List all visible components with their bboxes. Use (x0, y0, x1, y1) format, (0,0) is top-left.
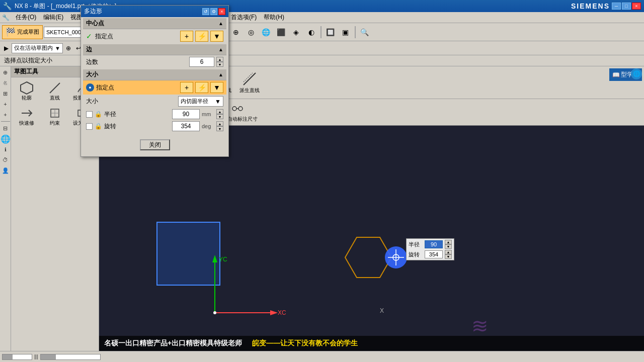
toolbar-btn-view6[interactable]: ◐ (304, 25, 318, 39)
filter-dropdown[interactable]: 仅在活动草图内 ▼ (12, 43, 63, 53)
menu-task[interactable]: 任务(O) (13, 12, 39, 23)
radius-checkbox-row: 🔒 半径 mm ▲ ▼ (83, 108, 226, 120)
sides-down[interactable]: ▼ (216, 62, 223, 67)
sides-input[interactable] (189, 57, 214, 67)
center-point-header[interactable]: 中心点 ▲ (83, 18, 226, 29)
center-point-add-btn[interactable]: + (180, 31, 193, 42)
size-point-auto-btn[interactable]: ⚡ (195, 82, 208, 93)
radius-row: 半径 ▲ ▼ (409, 240, 452, 249)
size-type-dropdown[interactable]: 内切圆半径 ▼ (178, 96, 223, 107)
rotation-up[interactable]: ▲ (445, 250, 452, 254)
axis-group: YC XC X (212, 255, 384, 316)
tool-line[interactable]: 直线 (41, 79, 68, 104)
outline-label: 轮廓 (22, 95, 32, 102)
rotation-spin-down[interactable]: ▼ (216, 126, 223, 131)
check-icon: ✓ (86, 32, 92, 40)
dialog-close-button[interactable]: 关闭 (140, 139, 170, 150)
left-icon-1[interactable]: ⊕ (1, 67, 11, 77)
size-point-icon: ● (86, 83, 94, 92)
hexagon-group (345, 237, 391, 278)
rotation-spin-up[interactable]: ▲ (216, 121, 223, 126)
toolbar-btn-3d2[interactable]: ▣ (339, 25, 353, 39)
status-coords: ||| (34, 354, 38, 359)
side-title: 边 (86, 45, 92, 54)
constraint-label: 约束 (50, 120, 60, 127)
filter-dropdown-arrow: ▼ (55, 45, 60, 51)
sides-up[interactable]: ▲ (216, 57, 223, 62)
toolbar-btn-snap[interactable]: 🔍 (358, 25, 372, 39)
scroll-thumb-left (3, 354, 13, 359)
toolbar2-arrow[interactable]: ▶ (2, 43, 11, 54)
line-icon (48, 81, 62, 95)
left-icon-3[interactable]: ⊞ (1, 88, 11, 99)
toolbar-btn-view1[interactable]: ⊕ (229, 25, 243, 39)
toolbar-btn-view3[interactable]: 🌐 (259, 25, 273, 39)
left-icon-6[interactable]: ⊟ (1, 123, 11, 133)
toolbar-btn-view5[interactable]: ◈ (289, 25, 303, 39)
dialog-close-x-button[interactable]: × (218, 8, 225, 15)
watermark-logo: ≋ (471, 315, 489, 337)
tool-outline[interactable]: 轮廓 (13, 79, 40, 104)
tool-quicktrim[interactable]: 快速修 (13, 105, 40, 129)
scroll-bottom[interactable] (40, 354, 101, 360)
scroll-left[interactable] (2, 354, 32, 360)
radius-up[interactable]: ▲ (445, 240, 452, 244)
side-header[interactable]: 边 ▲ (83, 44, 226, 55)
center-point-section: 中心点 ▲ ✓ 指定点 + ⚡ ▼ (83, 18, 226, 43)
left-icon-2[interactable]: 名 (1, 78, 11, 88)
rotation-input[interactable] (425, 250, 443, 258)
close-button[interactable]: × (632, 3, 641, 10)
rotation-unit: deg (202, 123, 214, 129)
left-icon-7[interactable]: 🌐 (1, 134, 11, 144)
svg-text:≋: ≋ (471, 315, 489, 337)
size-type-label: 大小 (86, 97, 106, 106)
sketch-rect (157, 222, 220, 285)
radius-spin-up[interactable]: ▲ (216, 109, 223, 114)
size-header[interactable]: 大小 ▲ (83, 69, 226, 80)
rotation-field-label: 旋转 (104, 122, 118, 131)
center-point-dropdown-btn[interactable]: ▼ (210, 31, 223, 42)
radius-field[interactable] (172, 109, 200, 119)
size-point-add-btn[interactable]: + (180, 82, 193, 93)
center-point-auto-btn[interactable]: ⚡ (195, 31, 208, 42)
rotation-row: 旋转 ▲ ▼ (409, 250, 452, 259)
left-icon-10[interactable]: 👤 (1, 165, 11, 175)
tool-constraint[interactable]: 约束 (41, 105, 68, 129)
toolbar2-btn1[interactable]: ⊕ (64, 43, 73, 54)
left-icon-5[interactable]: + (1, 110, 11, 120)
left-icon-4[interactable]: + (1, 99, 11, 109)
left-icon-9[interactable]: ⏱ (1, 155, 11, 165)
quicktrim-label: 快速修 (19, 120, 34, 127)
dialog-refresh-button[interactable]: ↺ (202, 8, 209, 15)
polygon-dialog: 多边形 ↺ ⚙ × 中心点 ▲ ✓ 指定点 + ⚡ ▼ 边 ▲ 边数 (80, 5, 229, 157)
toolbar-btn-3d1[interactable]: 🔲 (324, 25, 338, 39)
x-label: X (380, 307, 384, 314)
left-icon-8[interactable]: ℹ (1, 144, 11, 154)
radius-spin: ▲ ▼ (216, 109, 223, 119)
menu-help[interactable]: 帮助(H) (261, 12, 287, 23)
radius-spin-down[interactable]: ▼ (216, 114, 223, 119)
svg-point-27 (213, 311, 216, 314)
rotation-checkbox[interactable] (86, 123, 93, 130)
svg-marker-0 (21, 82, 33, 94)
toolbar-btn-view2[interactable]: ◎ (244, 25, 258, 39)
toolbar-btn-view4[interactable]: ⬛ (274, 25, 288, 39)
size-point-dropdown-btn[interactable]: ▼ (210, 82, 223, 93)
maximize-button[interactable]: □ (622, 3, 631, 10)
dialog-settings-button[interactable]: ⚙ (210, 8, 217, 15)
rotation-down[interactable]: ▼ (445, 254, 452, 259)
radius-down[interactable]: ▼ (445, 244, 452, 249)
radius-checkbox[interactable] (86, 111, 93, 118)
center-point-row: ✓ 指定点 + ⚡ ▼ (83, 29, 226, 43)
center-arrow-icon: ▲ (218, 21, 223, 26)
toolbar-finish-sketch[interactable]: 🏁 完成草图 (2, 25, 43, 39)
radius-input[interactable] (425, 240, 443, 248)
minimize-button[interactable]: ─ (612, 3, 621, 10)
globe-button[interactable]: 🌐 (631, 68, 642, 79)
dialog-footer: 关闭 (81, 133, 228, 156)
rotation-field[interactable] (172, 121, 200, 131)
size-section: 大小 ▲ ● 指定点 + ⚡ ▼ 大小 内切圆半径 ▼ 🔒 半径 (83, 69, 226, 132)
separator-6 (355, 26, 356, 38)
menu-edit[interactable]: 编辑(E) (40, 12, 66, 23)
menu-preferences[interactable]: 首选项(F) (228, 12, 260, 23)
